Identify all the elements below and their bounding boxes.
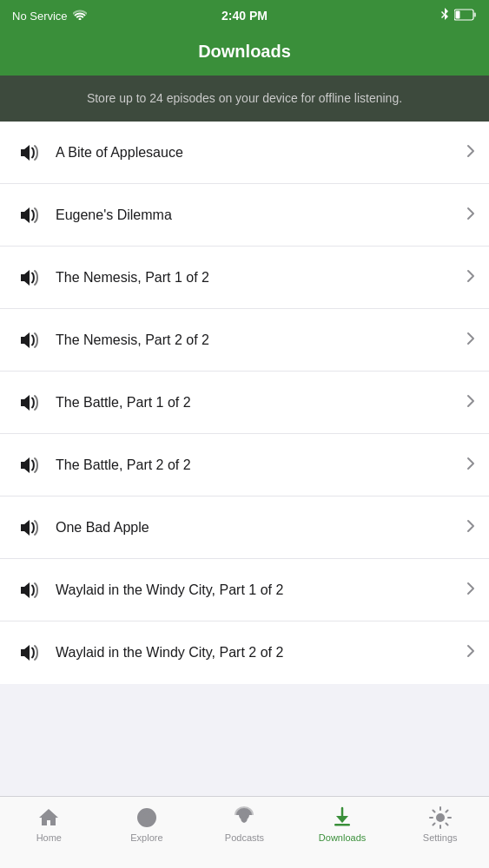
- bluetooth-icon: [440, 8, 449, 24]
- speaker-icon: [14, 581, 45, 600]
- tab-explore[interactable]: Explore: [98, 806, 196, 843]
- svg-marker-11: [21, 645, 30, 661]
- episode-title: The Nemesis, Part 2 of 2: [45, 332, 466, 348]
- svg-marker-10: [21, 582, 30, 598]
- episode-item[interactable]: The Battle, Part 1 of 2: [0, 372, 489, 434]
- episode-title: Waylaid in the Windy City, Part 1 of 2: [45, 582, 466, 598]
- speaker-icon: [14, 393, 45, 412]
- battery-icon: [454, 9, 477, 23]
- chevron-icon: [466, 457, 475, 474]
- wifi-icon: [73, 10, 87, 23]
- episode-item[interactable]: Waylaid in the Windy City, Part 1 of 2: [0, 559, 489, 621]
- svg-point-18: [437, 814, 444, 821]
- tab-bar: Home Explore Podcasts Downloads Settings: [0, 796, 489, 868]
- status-right: [440, 8, 477, 24]
- chevron-icon: [466, 332, 475, 349]
- episode-item[interactable]: The Nemesis, Part 2 of 2: [0, 309, 489, 372]
- chevron-icon: [466, 207, 475, 224]
- info-banner: Store up to 24 episodes on your device f…: [0, 76, 489, 122]
- home-tab-label: Home: [36, 832, 62, 843]
- svg-point-16: [242, 813, 247, 818]
- info-text: Store up to 24 episodes on your device f…: [87, 91, 402, 105]
- settings-tab-icon: [428, 806, 453, 830]
- episode-title: Waylaid in the Windy City, Part 2 of 2: [45, 645, 466, 661]
- chevron-icon: [466, 644, 475, 661]
- chevron-icon: [466, 582, 475, 599]
- svg-marker-3: [21, 145, 30, 161]
- speaker-icon: [14, 268, 45, 287]
- home-tab-icon: [36, 806, 61, 830]
- episode-title: Eugene's Dilemma: [45, 207, 466, 223]
- svg-marker-8: [21, 457, 30, 473]
- svg-marker-4: [21, 207, 30, 223]
- svg-marker-6: [21, 332, 30, 348]
- speaker-icon: [14, 331, 45, 350]
- podcasts-tab-label: Podcasts: [225, 832, 264, 843]
- speaker-icon: [14, 206, 45, 225]
- episode-title: The Nemesis, Part 1 of 2: [45, 270, 466, 286]
- speaker-icon: [14, 518, 45, 537]
- status-bar: No Service 2:40 PM: [0, 0, 489, 31]
- speaker-icon: [14, 643, 45, 662]
- status-time: 2:40 PM: [221, 9, 268, 23]
- tab-podcasts[interactable]: Podcasts: [195, 806, 294, 843]
- carrier-text: No Service: [12, 10, 68, 23]
- page-header: Downloads: [0, 31, 489, 76]
- svg-rect-1: [474, 12, 477, 16]
- episode-item[interactable]: A Bite of Applesauce: [0, 122, 489, 184]
- explore-tab-label: Explore: [130, 832, 162, 843]
- episode-title: The Battle, Part 2 of 2: [45, 457, 466, 473]
- svg-marker-7: [21, 395, 30, 411]
- episode-item[interactable]: The Battle, Part 2 of 2: [0, 434, 489, 496]
- chevron-icon: [466, 394, 475, 411]
- svg-rect-17: [334, 824, 350, 826]
- settings-tab-label: Settings: [423, 832, 458, 843]
- speaker-icon: [14, 456, 45, 475]
- episode-title: A Bite of Applesauce: [45, 145, 466, 161]
- tab-home[interactable]: Home: [0, 806, 98, 843]
- tab-downloads[interactable]: Downloads: [294, 806, 392, 843]
- episode-list: A Bite of Applesauce Eugene's Dilemma: [0, 122, 489, 684]
- downloads-tab-label: Downloads: [319, 832, 366, 843]
- page-title: Downloads: [198, 42, 291, 61]
- svg-marker-9: [21, 520, 30, 536]
- episode-item[interactable]: The Nemesis, Part 1 of 2: [0, 247, 489, 309]
- downloads-tab-icon: [330, 806, 354, 830]
- status-left: No Service: [12, 10, 87, 23]
- main-content: Downloads Store up to 24 episodes on you…: [0, 31, 489, 756]
- episode-title: The Battle, Part 1 of 2: [45, 395, 466, 411]
- speaker-icon: [14, 143, 45, 162]
- explore-tab-icon: [135, 806, 159, 830]
- chevron-icon: [466, 519, 475, 536]
- episode-item[interactable]: Waylaid in the Windy City, Part 2 of 2: [0, 621, 489, 684]
- svg-marker-5: [21, 270, 30, 286]
- podcasts-tab-icon: [232, 806, 256, 830]
- chevron-icon: [466, 269, 475, 286]
- episode-item[interactable]: One Bad Apple: [0, 496, 489, 559]
- episode-title: One Bad Apple: [45, 520, 466, 536]
- episode-item[interactable]: Eugene's Dilemma: [0, 184, 489, 247]
- tab-settings[interactable]: Settings: [391, 806, 489, 843]
- svg-point-14: [145, 816, 149, 819]
- svg-rect-2: [456, 10, 460, 18]
- chevron-icon: [466, 144, 475, 161]
